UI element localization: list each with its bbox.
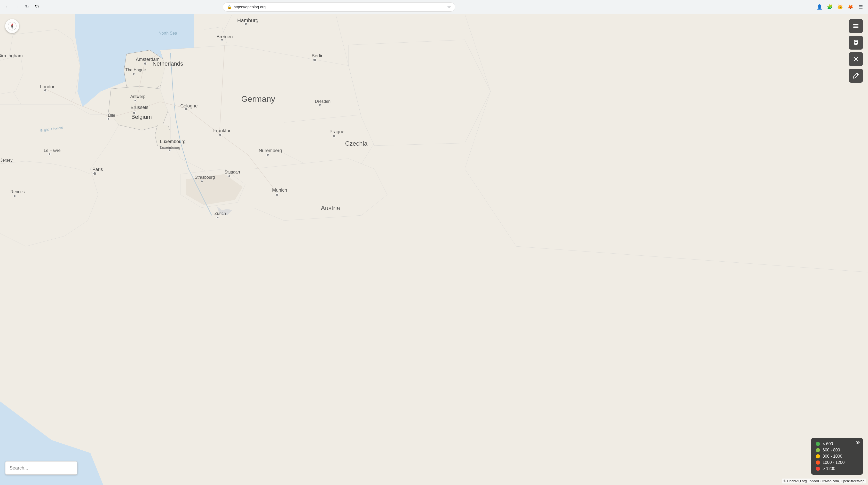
svg-point-5 (134, 99, 136, 101)
svg-text:Cologne: Cologne (180, 103, 197, 109)
legend-item-4: 1000 - 1200 (816, 460, 858, 465)
svg-point-2 (313, 58, 316, 61)
legend-visibility-icon[interactable]: 👁 (856, 440, 860, 446)
svg-point-7 (107, 118, 110, 120)
map-controls (849, 19, 863, 83)
svg-text:Nuremberg: Nuremberg (259, 148, 282, 153)
legend-dot-4 (816, 460, 820, 464)
svg-point-13 (228, 175, 230, 177)
svg-text:Munich: Munich (272, 187, 287, 193)
svg-rect-60 (853, 26, 859, 27)
legend-label-2: 600 - 800 (823, 448, 840, 452)
legend: 👁 < 600 600 - 800 800 - 1000 1000 - 1200… (811, 438, 863, 475)
svg-text:Austria: Austria (321, 205, 340, 212)
svg-text:Luxembourg: Luxembourg (160, 139, 186, 144)
legend-label-4: 1000 - 1200 (823, 460, 844, 465)
legend-dot-1 (816, 442, 820, 446)
draw-button[interactable] (849, 69, 863, 83)
svg-text:Germany: Germany (241, 94, 275, 103)
svg-point-21 (319, 104, 321, 106)
search-input[interactable] (5, 461, 78, 475)
avatar-button[interactable]: 🐱 (836, 3, 844, 11)
svg-text:Strasbourg: Strasbourg (195, 175, 215, 180)
svg-point-17 (49, 153, 51, 155)
svg-point-10 (333, 135, 335, 138)
svg-text:Luxembourg: Luxembourg (160, 145, 180, 150)
svg-text:Stuttgart: Stuttgart (225, 170, 240, 174)
svg-text:Hamburg: Hamburg (237, 18, 258, 23)
svg-text:Zurich: Zurich (215, 211, 226, 216)
svg-point-18 (14, 195, 16, 197)
svg-text:Dresden: Dresden (315, 99, 331, 103)
attribution: © OpenIAQ.org, IndoorCO2Map.com, OpenStr… (782, 479, 866, 483)
map-container: Hamburg Bremen Berlin Dresden Amsterdam … (0, 14, 868, 485)
svg-text:Bremen: Bremen (216, 34, 232, 39)
svg-point-20 (217, 216, 219, 218)
legend-item-2: 600 - 800 (816, 448, 858, 452)
svg-point-58 (11, 25, 13, 27)
search-box (5, 461, 78, 475)
svg-point-12 (267, 153, 269, 156)
svg-text:Antwerp: Antwerp (130, 94, 146, 99)
legend-label-3: 800 - 1000 (823, 454, 842, 459)
extensions-button[interactable]: 🧩 (826, 3, 834, 11)
svg-text:Paris: Paris (92, 167, 103, 172)
legend-label-1: < 600 (823, 442, 833, 446)
svg-point-4 (133, 73, 135, 75)
svg-text:Lille: Lille (108, 113, 115, 118)
svg-rect-61 (853, 27, 859, 28)
svg-text:Belgium: Belgium (131, 114, 152, 120)
svg-point-63 (855, 43, 856, 44)
legend-dot-5 (816, 467, 820, 471)
svg-point-64 (856, 43, 857, 44)
legend-item-5: > 1200 (816, 466, 858, 471)
svg-text:Birmingham: Birmingham (0, 53, 23, 58)
svg-text:Frankfurt: Frankfurt (213, 128, 232, 133)
svg-point-19 (44, 89, 46, 92)
back-button[interactable]: ← (3, 3, 11, 11)
svg-text:North Sea: North Sea (158, 31, 177, 35)
bookmark-icon[interactable]: ☆ (447, 4, 451, 9)
svg-text:London: London (40, 84, 56, 89)
profile-icon[interactable]: 👤 (815, 3, 824, 11)
svg-text:Berlin: Berlin (312, 53, 323, 58)
lock-icon: 🔒 (227, 5, 231, 9)
legend-dot-2 (816, 448, 820, 452)
svg-text:Czechia: Czechia (345, 140, 368, 147)
map-svg: Hamburg Bremen Berlin Dresden Amsterdam … (0, 14, 868, 485)
reload-button[interactable]: ↻ (23, 3, 31, 11)
svg-text:Brussels: Brussels (130, 105, 148, 110)
svg-rect-65 (855, 41, 857, 42)
svg-point-14 (201, 180, 203, 182)
svg-rect-59 (853, 24, 859, 25)
transport-toggle-button[interactable] (849, 36, 863, 50)
svg-text:Jersey: Jersey (0, 158, 12, 162)
legend-dot-3 (816, 454, 820, 458)
svg-text:Rennes: Rennes (10, 189, 25, 194)
security-icon: 🛡 (35, 4, 40, 9)
svg-point-8 (168, 149, 170, 151)
svg-text:Netherlands: Netherlands (153, 60, 183, 67)
compass-button[interactable] (5, 19, 19, 33)
svg-point-11 (219, 133, 221, 136)
legend-label-5: > 1200 (823, 466, 835, 471)
map-layers-button[interactable] (849, 19, 863, 33)
legend-item-3: 800 - 1000 (816, 454, 858, 459)
svg-text:The Hague: The Hague (125, 68, 146, 72)
svg-point-3 (144, 62, 146, 65)
forward-button[interactable]: → (13, 3, 21, 11)
svg-text:Le Havre: Le Havre (44, 148, 61, 153)
pocket-button[interactable]: 🦊 (846, 3, 855, 11)
address-bar[interactable]: 🔒 https://openiaq.org ☆ (223, 2, 455, 11)
browser-chrome: ← → ↻ 🛡 🔒 https://openiaq.org ☆ 👤 🧩 🐱 🦊 … (0, 0, 868, 14)
menu-button[interactable]: ☰ (857, 3, 865, 11)
legend-item-1: < 600 (816, 442, 858, 446)
svg-text:Prague: Prague (330, 129, 344, 134)
url-text: https://openiaq.org (234, 5, 445, 9)
svg-point-15 (276, 193, 278, 196)
svg-point-16 (93, 172, 96, 175)
filter-close-button[interactable] (849, 52, 863, 66)
